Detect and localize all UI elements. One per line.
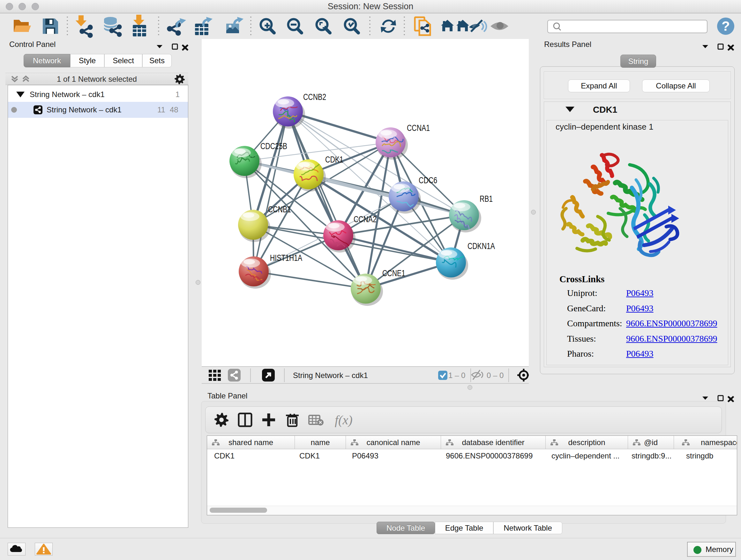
svg-text:1 – 0: 1 – 0	[448, 371, 465, 380]
svg-text:HIST1H1A: HIST1H1A	[270, 253, 302, 263]
svg-text:CCNA2: CCNA2	[354, 214, 377, 224]
svg-text:CDC25B: CDC25B	[260, 141, 287, 151]
svg-text:?: ?	[722, 18, 730, 34]
svg-text:CDK1: CDK1	[325, 155, 343, 165]
svg-text:CCNE1: CCNE1	[382, 268, 405, 278]
svg-text:RB1: RB1	[480, 194, 493, 204]
svg-text:CCNB2: CCNB2	[303, 92, 326, 102]
svg-text:CDKN1A: CDKN1A	[468, 241, 495, 251]
svg-text:CCNA1: CCNA1	[407, 123, 430, 133]
svg-text:CDC6: CDC6	[419, 176, 437, 185]
svg-text:f(x): f(x)	[335, 413, 353, 427]
svg-text:CCNB1: CCNB1	[268, 205, 291, 214]
svg-text:0 – 0: 0 – 0	[487, 371, 503, 380]
svg-text:String Network – cdk1: String Network – cdk1	[293, 371, 368, 380]
